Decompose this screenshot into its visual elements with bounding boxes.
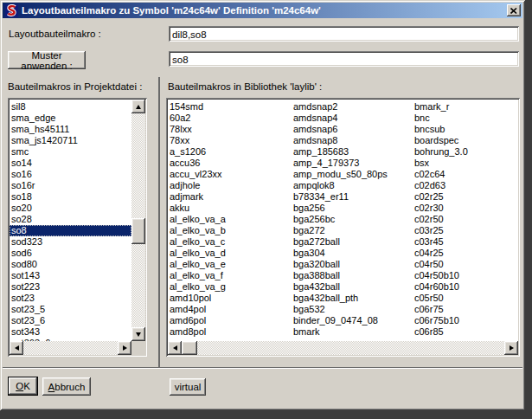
vscroll-track[interactable] bbox=[131, 113, 145, 327]
abbruch-button[interactable]: Abbruch bbox=[42, 377, 91, 396]
list-item[interactable]: bga320ball bbox=[292, 259, 413, 270]
list-item[interactable]: sod6 bbox=[10, 248, 131, 259]
list-item[interactable]: amp_185683 bbox=[292, 146, 413, 158]
list-item[interactable]: sod323 bbox=[10, 236, 131, 248]
list-item[interactable]: so14 bbox=[10, 158, 131, 169]
list-item[interactable]: c04r50 bbox=[413, 259, 516, 270]
hscroll-track[interactable] bbox=[182, 341, 504, 355]
list-item[interactable]: akku bbox=[168, 203, 292, 214]
list-item[interactable]: accu36 bbox=[168, 158, 292, 169]
project-list-hscrollbar[interactable] bbox=[10, 341, 131, 355]
list-item[interactable]: sot23 bbox=[10, 293, 131, 304]
list-item[interactable]: c04r60b10 bbox=[413, 281, 516, 293]
list-item[interactable]: sot23_6 bbox=[10, 315, 131, 326]
list-item[interactable]: bga388ball bbox=[292, 270, 413, 281]
list-item[interactable]: amdsnap8 bbox=[292, 135, 413, 146]
list-item[interactable]: sma_js1420711 bbox=[10, 135, 131, 146]
ok-button[interactable]: OK bbox=[8, 377, 38, 396]
list-item[interactable]: al_elko_va_a bbox=[168, 214, 292, 225]
list-item[interactable]: bncsub bbox=[413, 124, 516, 135]
virtual-button[interactable]: virtual bbox=[170, 378, 206, 396]
project-list-vscrollbar[interactable] bbox=[131, 100, 145, 341]
list-item[interactable]: c03r25 bbox=[413, 225, 516, 236]
list-item[interactable]: bohrung_3.0 bbox=[413, 146, 516, 158]
list-item[interactable]: accu_vl23xx bbox=[168, 169, 292, 180]
list-item[interactable]: bga304 bbox=[292, 248, 413, 259]
list-item[interactable]: amd6pol bbox=[168, 315, 292, 326]
list-item[interactable]: bga256bc bbox=[292, 214, 413, 225]
list-item[interactable]: bga272 bbox=[292, 225, 413, 236]
list-item[interactable]: c02d63 bbox=[413, 180, 516, 191]
list-item[interactable]: amdsnap4 bbox=[292, 113, 413, 124]
layout-makro-input[interactable] bbox=[169, 26, 519, 42]
list-item[interactable]: so18 bbox=[10, 191, 131, 203]
list-item[interactable]: amp_4_179373 bbox=[292, 158, 413, 169]
list-item[interactable]: c03r45 bbox=[413, 236, 516, 248]
list-item[interactable]: 78lxx bbox=[168, 124, 292, 135]
list-item[interactable]: al_elko_va_e bbox=[168, 259, 292, 270]
list-item[interactable]: c02r50 bbox=[413, 214, 516, 225]
library-list-hscrollbar[interactable] bbox=[168, 341, 518, 355]
list-item[interactable]: c06r75b10 bbox=[413, 315, 516, 326]
list-item[interactable]: sot343 bbox=[10, 326, 131, 338]
list-item[interactable]: bsx bbox=[413, 158, 516, 169]
list-item[interactable]: amp_modu_s50_80ps bbox=[292, 169, 413, 180]
list-item[interactable]: c06r75 bbox=[413, 304, 516, 315]
scroll-left-button[interactable] bbox=[168, 341, 182, 355]
list-item[interactable]: c06r85 bbox=[413, 326, 516, 338]
list-item[interactable]: sot23_5 bbox=[10, 304, 131, 315]
list-item[interactable]: amd10pol bbox=[168, 293, 292, 304]
list-item[interactable]: boardspec bbox=[413, 135, 516, 146]
list-item[interactable]: al_elko_va_d bbox=[168, 248, 292, 259]
scroll-right-button[interactable] bbox=[118, 341, 131, 355]
list-item[interactable]: c02c64 bbox=[413, 169, 516, 180]
scroll-left-button[interactable] bbox=[10, 341, 23, 355]
list-item[interactable]: a_s1206 bbox=[168, 146, 292, 158]
list-item[interactable]: sil8 bbox=[10, 101, 131, 113]
close-button[interactable] bbox=[507, 4, 521, 16]
list-item[interactable]: bga432ball bbox=[292, 281, 413, 293]
vscroll-thumb[interactable] bbox=[131, 218, 145, 244]
list-item[interactable]: so8 bbox=[10, 225, 131, 236]
list-item[interactable]: c02r30 bbox=[413, 203, 516, 214]
title-bar[interactable]: Layoutbauteilmakro zu Symbol 'm24c64w' D… bbox=[3, 3, 522, 18]
list-item[interactable]: amdsnap6 bbox=[292, 124, 413, 135]
list-item[interactable]: binder_09_0474_08 bbox=[292, 315, 413, 326]
list-item[interactable]: sma_hs45111 bbox=[10, 124, 131, 135]
list-item[interactable]: smc bbox=[10, 146, 131, 158]
pattern-input[interactable] bbox=[169, 51, 519, 67]
scroll-down-button[interactable] bbox=[131, 327, 145, 341]
list-item[interactable]: amdsnap2 bbox=[292, 101, 413, 113]
list-item[interactable]: b78334_er11 bbox=[292, 191, 413, 203]
list-item[interactable]: al_elko_va_f bbox=[168, 270, 292, 281]
list-item[interactable]: al_elko_va_c bbox=[168, 236, 292, 248]
list-item[interactable]: al_elko_va_b bbox=[168, 225, 292, 236]
list-item[interactable]: so20 bbox=[10, 203, 131, 214]
list-item[interactable]: amd8pol bbox=[168, 326, 292, 338]
list-item[interactable]: bmark bbox=[292, 326, 413, 338]
list-item[interactable]: c04r25 bbox=[413, 248, 516, 259]
list-item[interactable]: sod80 bbox=[10, 259, 131, 270]
list-item[interactable]: c05r50 bbox=[413, 293, 516, 304]
list-item[interactable]: sot223 bbox=[10, 281, 131, 293]
list-item[interactable]: c04r50b10 bbox=[413, 270, 516, 281]
list-item[interactable]: so16r bbox=[10, 180, 131, 191]
list-item[interactable]: bga532 bbox=[292, 304, 413, 315]
list-item[interactable]: bga256 bbox=[292, 203, 413, 214]
list-item[interactable]: adjhole bbox=[168, 180, 292, 191]
list-item[interactable]: sma_edge bbox=[10, 113, 131, 124]
list-item[interactable]: so16 bbox=[10, 169, 131, 180]
list-item[interactable]: ampqlok8 bbox=[292, 180, 413, 191]
list-item[interactable]: 60a2 bbox=[168, 113, 292, 124]
scroll-up-button[interactable] bbox=[131, 100, 145, 113]
list-item[interactable]: bnc bbox=[413, 113, 516, 124]
list-item[interactable]: bga432ball_pth bbox=[292, 293, 413, 304]
hscroll-thumb[interactable] bbox=[182, 341, 197, 355]
list-item[interactable]: sot143 bbox=[10, 270, 131, 281]
list-item[interactable]: al_elko_va_g bbox=[168, 281, 292, 293]
hscroll-track[interactable] bbox=[23, 341, 118, 355]
list-item[interactable]: amd4pol bbox=[168, 304, 292, 315]
list-item[interactable]: 154smd bbox=[168, 101, 292, 113]
list-item[interactable]: so28 bbox=[10, 214, 131, 225]
list-item[interactable]: 78xx bbox=[168, 135, 292, 146]
